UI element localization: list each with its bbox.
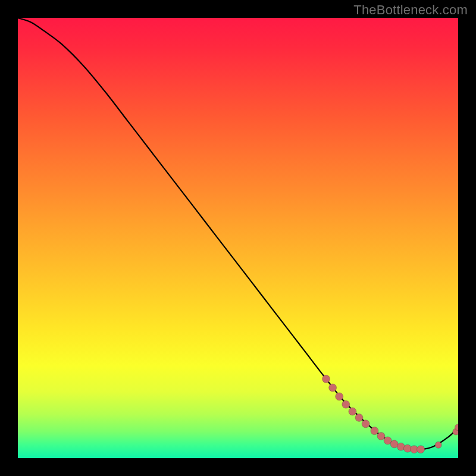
plot-gradient-background (18, 18, 458, 458)
watermark-text: TheBottleneck.com (353, 2, 468, 18)
chart-frame: TheBottleneck.com (0, 0, 476, 476)
